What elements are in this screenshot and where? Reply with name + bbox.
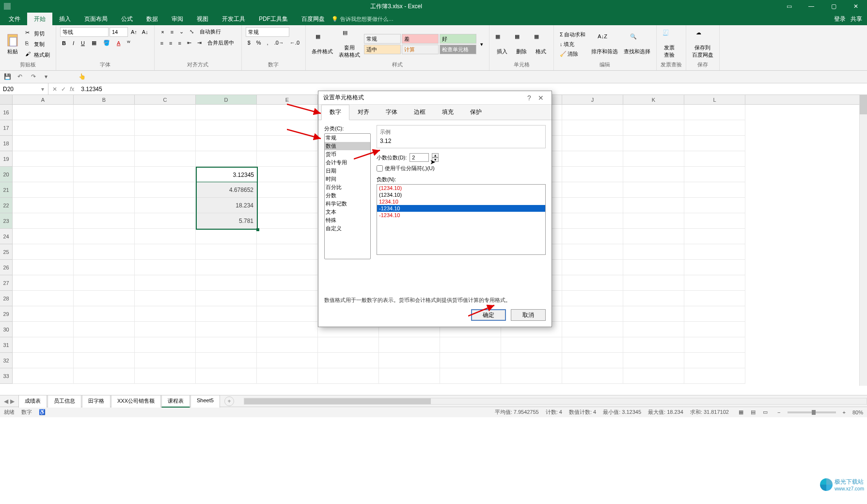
cell-E21[interactable] [257,182,318,198]
cell-K30[interactable] [623,322,684,337]
sheet-tab-2[interactable]: 田字格 [82,395,110,408]
category-option-1[interactable]: 数值 [325,142,370,150]
sheet-tab-0[interactable]: 成绩表 [18,395,47,408]
col-header-L[interactable]: L [684,95,745,104]
cell-G32[interactable] [379,353,440,368]
neg-option-2[interactable]: 1234.10 [377,198,545,205]
confirm-formula-icon[interactable]: ✓ [61,86,66,93]
cell-L31[interactable] [684,337,745,353]
cell-C20[interactable] [135,167,196,182]
row-header-18[interactable]: 18 [0,136,13,151]
row-header-16[interactable]: 16 [0,105,13,120]
fill-handle[interactable] [256,228,259,231]
cell-A31[interactable] [13,337,74,353]
tab-data[interactable]: 数据 [140,13,165,25]
col-header-B[interactable]: B [74,95,135,104]
dialog-close-icon[interactable]: ✕ [535,94,547,102]
cell-K17[interactable] [623,120,684,136]
row-header-17[interactable]: 17 [0,120,13,136]
cell-A27[interactable] [13,275,74,291]
cell-G31[interactable] [379,337,440,353]
cell-K21[interactable] [623,182,684,198]
cell-K22[interactable] [623,198,684,213]
conditional-format-button[interactable]: ▦条件格式 [310,32,335,56]
col-header-K[interactable]: K [623,95,684,104]
cell-A28[interactable] [13,291,74,306]
row-header-21[interactable]: 21 [0,182,13,198]
category-option-11[interactable]: 自定义 [325,224,370,233]
fill-button[interactable]: ↓ 填充 [558,40,587,49]
cell-A24[interactable] [13,229,74,244]
cell-C17[interactable] [135,120,196,136]
row-header-25[interactable]: 25 [0,244,13,260]
cell-D33[interactable] [196,368,257,384]
cell-L19[interactable] [684,151,745,167]
cell-K18[interactable] [623,136,684,151]
fill-color-button[interactable]: 🪣 [101,39,112,47]
cell-F33[interactable] [318,368,379,384]
cell-B16[interactable] [74,105,135,120]
row-header-30[interactable]: 30 [0,322,13,337]
painter-button[interactable]: 🖌格式刷 [23,50,52,60]
cell-K25[interactable] [623,244,684,260]
neg-option-0[interactable]: (1234.10) [377,185,545,191]
category-option-6[interactable]: 百分比 [325,183,370,191]
increase-font-icon[interactable]: A↑ [129,27,139,37]
cell-B32[interactable] [74,353,135,368]
dialog-help-icon[interactable]: ? [523,94,535,102]
cell-L27[interactable] [684,275,745,291]
cell-J31[interactable] [562,337,623,353]
align-middle-icon[interactable]: ≡ [169,27,175,36]
row-header-27[interactable]: 27 [0,275,13,291]
dialog-tab-0[interactable]: 数字 [321,105,349,120]
cell-A22[interactable] [13,198,74,213]
cell-C31[interactable] [135,337,196,353]
cell-K26[interactable] [623,260,684,275]
cell-K32[interactable] [623,353,684,368]
currency-icon[interactable]: $ [246,39,252,47]
cell-L30[interactable] [684,322,745,337]
align-bottom-icon[interactable]: ⌄ [177,27,186,36]
cell-C27[interactable] [135,275,196,291]
fx-icon[interactable]: fx [70,86,74,93]
cell-B29[interactable] [74,306,135,322]
cell-C32[interactable] [135,353,196,368]
cell-I31[interactable] [501,337,562,353]
close-button[interactable]: ✕ [845,0,867,13]
wrap-text-button[interactable]: 自动换行 [198,27,223,36]
cell-E16[interactable] [257,105,318,120]
cell-E26[interactable] [257,260,318,275]
cell-E29[interactable] [257,306,318,322]
italic-button[interactable]: I [71,39,76,47]
format-table-button[interactable]: ▤套用 表格格式 [337,29,362,60]
cell-J18[interactable] [562,136,623,151]
cell-A26[interactable] [13,260,74,275]
dialog-tab-2[interactable]: 字体 [378,105,406,120]
cut-button[interactable]: ✂剪切 [23,29,52,38]
zoom-slider[interactable] [788,411,836,413]
cell-A21[interactable] [13,182,74,198]
sheet-nav-prev-icon[interactable]: ◀ [4,398,8,405]
underline-button[interactable]: U [79,39,87,47]
neg-option-3[interactable]: -1234.10 [377,205,545,212]
cell-D16[interactable] [196,105,257,120]
cell-B23[interactable] [74,213,135,229]
phonetic-button[interactable]: ᵂ [125,39,132,47]
tab-dev[interactable]: 开发工具 [215,13,252,25]
redo-icon[interactable]: ↷ [31,73,39,81]
cell-J20[interactable] [562,167,623,182]
maximize-button[interactable]: ▢ [822,0,845,13]
cell-K23[interactable] [623,213,684,229]
cell-L18[interactable] [684,136,745,151]
cell-E20[interactable] [257,167,318,182]
cell-L25[interactable] [684,244,745,260]
cell-A19[interactable] [13,151,74,167]
cell-A25[interactable] [13,244,74,260]
cell-E19[interactable] [257,151,318,167]
name-box-input[interactable] [0,86,39,93]
cancel-formula-icon[interactable]: ✕ [52,86,57,93]
cell-D27[interactable] [196,275,257,291]
bold-button[interactable]: B [60,39,68,47]
cell-A30[interactable] [13,322,74,337]
dialog-tab-5[interactable]: 保护 [462,105,490,120]
